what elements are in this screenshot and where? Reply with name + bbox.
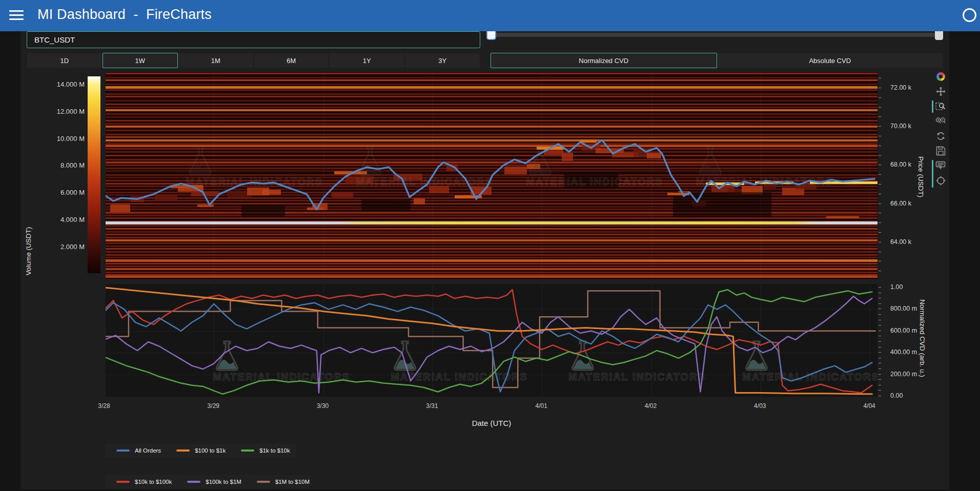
legend-swatch xyxy=(176,449,190,452)
cvd-tick-label: 600.00 m xyxy=(890,327,917,334)
timeframe-button-3y[interactable]: 3Y xyxy=(405,53,481,68)
volume-tick-label: 4.000 M xyxy=(38,216,85,223)
cvd-tick-label: 200.00 m xyxy=(890,371,917,378)
cvd-tick-label: 800.00 m xyxy=(890,305,917,312)
legend-item--1k-to-10k: $1k to $10k xyxy=(241,447,290,454)
crosshair-icon[interactable] xyxy=(935,175,946,186)
legend-row-2: $10k to $100k$100k to $1M$1M to $10M xyxy=(105,475,311,488)
cvd-axis-title: Normalized CVD (arb. u.) xyxy=(918,299,926,377)
cvd-mode-button-absolute-cvd[interactable]: Absolute CVD xyxy=(717,53,944,68)
legend-label: $100 to $1k xyxy=(195,447,226,454)
chart-modebar xyxy=(935,71,948,186)
cvd-line-chart[interactable]: MATERIAL INDICATORSMATERIAL INDICATORSMA… xyxy=(105,283,878,397)
zoom-in-out-icon[interactable] xyxy=(935,115,946,127)
hamburger-menu-icon[interactable] xyxy=(9,10,24,22)
page-title: MI Dashboard - FireCharts xyxy=(37,7,212,23)
volume-tick-label: 2.000 M xyxy=(38,243,85,251)
reset-axes-icon[interactable] xyxy=(935,130,946,141)
timeframe-button-1m[interactable]: 1M xyxy=(178,53,254,68)
cvd-tick-label: 0.00 xyxy=(890,392,903,399)
cvd-mode-button-group: Normalized CVDAbsolute CVD xyxy=(491,53,943,68)
volume-tick-label: 12.000 M xyxy=(38,108,85,115)
price-tick-label: 66.00 k xyxy=(890,200,911,207)
cvd-mode-button-normalized-cvd[interactable]: Normalized CVD xyxy=(491,53,717,68)
date-tick-label: 3/28 xyxy=(98,402,110,410)
timeframe-button-1d[interactable]: 1D xyxy=(27,53,103,68)
top-bar: MI Dashboard - FireCharts xyxy=(0,0,980,31)
timeframe-button-group: 1D1W1M6M1Y3Y xyxy=(27,53,480,68)
legend-label: $1k to $10k xyxy=(259,447,290,454)
cvd-tick-label: 400.00 m xyxy=(890,349,917,356)
legend-item--10k-to-100k: $10k to $100k xyxy=(116,479,172,485)
date-tick-label: 3/30 xyxy=(317,402,329,410)
legend-label: $1M to $10M xyxy=(275,479,310,485)
timeframe-button-1w[interactable]: 1W xyxy=(103,53,178,68)
legend-label: $10k to $100k xyxy=(135,479,172,485)
date-tick-label: 4/02 xyxy=(645,402,657,410)
timeframe-button-6m[interactable]: 6M xyxy=(254,53,330,68)
legend-item--1m-to-10m: $1M to $10M xyxy=(257,479,310,485)
mi-dashboard-app: MI Dashboard - FireCharts 1D1W1M6M1Y3Y N… xyxy=(0,0,980,491)
save-icon[interactable] xyxy=(935,145,946,156)
price-line xyxy=(106,140,875,210)
timeframe-button-1y[interactable]: 1Y xyxy=(329,53,405,68)
volume-tick-label: 6.000 M xyxy=(38,189,85,196)
volume-colorbar xyxy=(88,76,100,273)
volume-tick-label: 10.000 M xyxy=(38,135,85,142)
legend-swatch xyxy=(257,481,270,483)
legend-item-all-orders: All Orders xyxy=(116,447,161,454)
date-tick-label: 3/29 xyxy=(208,402,219,410)
date-tick-label: 4/04 xyxy=(863,402,875,410)
price-tick-label: 72.00 k xyxy=(890,84,911,91)
legend-swatch xyxy=(116,481,130,483)
cvd-series--1k-to-10k xyxy=(106,290,872,394)
volume-tick-label: 8.000 M xyxy=(38,161,85,169)
date-tick-label: 4/01 xyxy=(536,402,547,410)
price-tick-label: 68.00 k xyxy=(890,161,911,168)
legend-label: All Orders xyxy=(135,447,161,454)
date-axis-title: Date (UTC) xyxy=(472,419,512,427)
date-tick-label: 4/03 xyxy=(754,402,766,410)
box-zoom-icon[interactable] xyxy=(935,100,946,112)
legend-swatch xyxy=(116,449,130,452)
pan-icon[interactable] xyxy=(935,86,946,97)
price-tick-label: 70.00 k xyxy=(890,122,911,130)
volume-axis-title: Volume (USDT) xyxy=(25,227,32,276)
hover-tooltip-icon[interactable] xyxy=(935,160,946,171)
symbol-input[interactable] xyxy=(27,31,480,48)
plotly-logo-icon[interactable] xyxy=(935,71,946,82)
date-tick-label: 3/31 xyxy=(426,402,438,410)
legend-item--100k-to-1m: $100k to $1M xyxy=(187,479,241,485)
legend-item--100-to-1k: $100 to $1k xyxy=(176,447,226,454)
liquidity-heatmap-chart[interactable]: MATERIAL INDICATORSMATERIAL INDICATORSMA… xyxy=(105,72,878,279)
legend-row-1: All Orders$100 to $1k$1k to $10k xyxy=(105,444,296,457)
legend-swatch xyxy=(241,449,254,452)
legend-label: $100k to $1M xyxy=(206,479,241,485)
volume-tick-label: 14.000 M xyxy=(38,80,85,88)
price-axis-title: Price (USDT) xyxy=(917,156,925,197)
legend-swatch xyxy=(187,481,200,483)
range-slider-track[interactable] xyxy=(491,33,943,37)
price-tick-label: 64.00 k xyxy=(890,238,911,246)
cvd-tick-label: 1.00 xyxy=(890,283,903,291)
cvd-series-all-orders xyxy=(106,303,872,392)
circle-outline-icon[interactable] xyxy=(963,8,976,22)
